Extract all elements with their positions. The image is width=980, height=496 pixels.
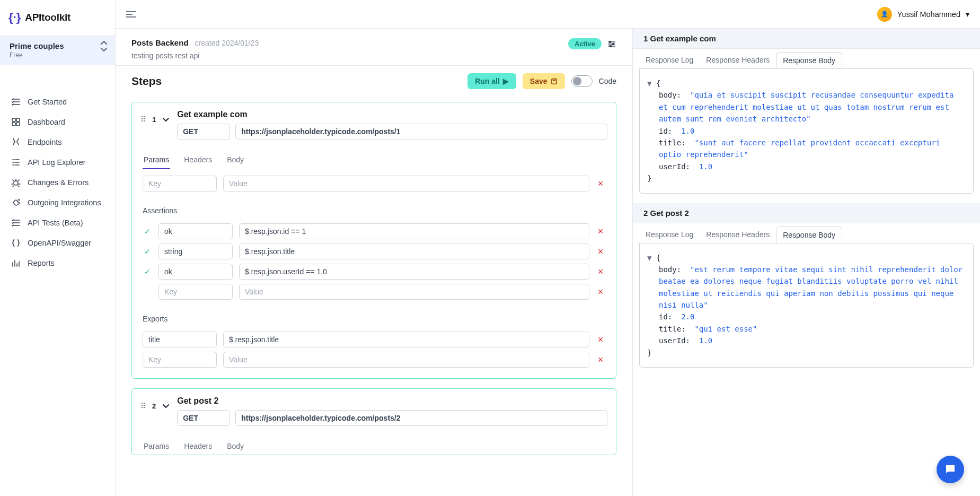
drag-handle-icon[interactable]: ⠿ [140,115,146,124]
chevron-down-icon[interactable] [162,403,170,408]
outgoing-icon [11,198,21,207]
save-icon [551,78,558,85]
tab-response-headers[interactable]: Response Headers [700,227,776,243]
param-key-input[interactable] [143,176,217,192]
step-number: 2 [152,402,156,410]
run-all-button[interactable]: Run all▶ [467,73,516,89]
assertion-value-input[interactable] [239,223,589,239]
url-input[interactable] [235,410,607,426]
logo[interactable]: {·} APItoolkit [0,0,115,35]
test-header: Posts Backend created 2024/01/23 testing… [116,29,632,66]
sidebar-item-endpoints[interactable]: Endpoints [0,132,115,152]
sidebar-item-outgoing[interactable]: Outgoing Integrations [0,193,115,213]
delete-icon[interactable]: × [596,226,605,237]
code-label: Code [599,77,616,85]
step-number: 1 [152,116,156,124]
steps-title: Steps [131,75,162,88]
check-icon: ✓ [143,267,152,276]
step-name: Get example com [177,110,607,119]
status-badge: Active [568,38,602,49]
left-panel: Posts Backend created 2024/01/23 testing… [116,29,632,496]
tab-headers[interactable]: Headers [183,151,213,169]
tab-params[interactable]: Params [143,438,170,455]
test-title: Posts Backend [131,38,189,47]
result-title: 1 Get example com [633,29,980,49]
delete-icon[interactable]: × [596,354,605,366]
tab-params[interactable]: Params [143,151,170,169]
test-created: created 2024/01/23 [195,39,259,47]
assertion-value-input[interactable] [239,264,589,280]
export-key-input[interactable] [143,352,217,368]
right-panel: 1 Get example com Response Log Response … [632,29,980,496]
tab-body[interactable]: Body [226,151,245,169]
caret-down-icon: ▾ [966,10,969,19]
tab-response-body[interactable]: Response Body [776,52,842,68]
svg-point-6 [613,43,614,45]
method-input[interactable] [177,410,230,426]
svg-rect-0 [12,118,15,121]
response-body: ▼ { body: "quia et suscipit suscipit rec… [639,68,974,194]
assertion-key-input[interactable] [158,284,233,300]
svg-point-7 [610,45,612,47]
sidebar-item-api-tests[interactable]: API Tests (Beta) [0,213,115,233]
username: Yussif Mohammed [897,10,960,19]
result-block: 1 Get example com Response Log Response … [633,29,980,194]
svg-rect-1 [16,118,20,121]
sidebar-item-changes-errors[interactable]: Changes & Errors [0,172,115,193]
delete-icon[interactable]: × [596,178,605,189]
method-input[interactable] [177,124,230,140]
sidebar-item-openapi[interactable]: OpenAPI/Swagger [0,233,115,253]
save-button[interactable]: Save [523,73,565,89]
nav: Get Started Dashboard Endpoints API Log … [0,65,115,273]
sidebar-item-reports[interactable]: Reports [0,253,115,273]
delete-icon[interactable]: × [596,334,605,345]
project-selector[interactable]: Prime couples Free [0,35,115,65]
menu-toggle-icon[interactable] [126,11,136,18]
delete-icon[interactable]: × [596,286,605,298]
response-body: ▼ { body: "est rerum tempore vitae sequi… [639,243,974,368]
export-key-input[interactable] [143,332,217,347]
chat-button[interactable] [937,456,964,483]
topbar: 👤 Yussif Mohammed ▾ [116,0,980,29]
delete-icon[interactable]: × [596,246,605,257]
logo-icon: {·} [8,11,21,24]
assertion-key-input[interactable] [158,264,233,280]
export-value-input[interactable] [223,352,589,368]
url-input[interactable] [235,124,607,140]
drag-handle-icon[interactable]: ⠿ [140,402,146,410]
step-card: ⠿ 2 Get post 2 [131,388,616,455]
nav-label: Dashboard [28,118,65,126]
settings-icon[interactable] [607,39,616,49]
sidebar-item-get-started[interactable]: Get Started [0,92,115,112]
chevron-down-icon[interactable] [162,117,170,122]
tab-headers[interactable]: Headers [183,438,213,455]
delete-icon[interactable]: × [596,266,605,277]
sidebar-item-dashboard[interactable]: Dashboard [0,112,115,132]
project-name: Prime couples [10,41,105,50]
chevron-down-icon[interactable] [100,47,108,52]
tab-response-log[interactable]: Response Log [639,52,700,68]
assertion-value-input[interactable] [239,243,589,259]
result-title: 2 Get post 2 [633,203,980,223]
assertion-value-input[interactable] [239,284,589,300]
endpoints-icon [11,137,21,147]
collapse-icon[interactable]: ▼ [647,254,651,262]
param-value-input[interactable] [223,176,589,192]
assertion-key-input[interactable] [158,243,233,259]
user-menu[interactable]: 👤 Yussif Mohammed ▾ [877,7,969,22]
tab-response-log[interactable]: Response Log [639,227,700,243]
sidebar-item-log-explorer[interactable]: API Log Explorer [0,152,115,172]
collapse-icon[interactable]: ▼ [647,79,651,88]
logo-text: APItoolkit [25,12,70,23]
nav-label: Changes & Errors [28,178,89,187]
play-icon: ▶ [503,77,509,85]
assertion-key-input[interactable] [158,223,233,239]
nav-label: Outgoing Integrations [28,198,101,207]
export-value-input[interactable] [223,332,589,347]
tab-response-headers[interactable]: Response Headers [700,52,776,68]
code-toggle[interactable] [571,75,593,87]
chevron-up-icon[interactable] [100,40,108,46]
tab-body[interactable]: Body [226,438,245,455]
tab-response-body[interactable]: Response Body [776,227,842,243]
braces-icon [11,238,21,248]
